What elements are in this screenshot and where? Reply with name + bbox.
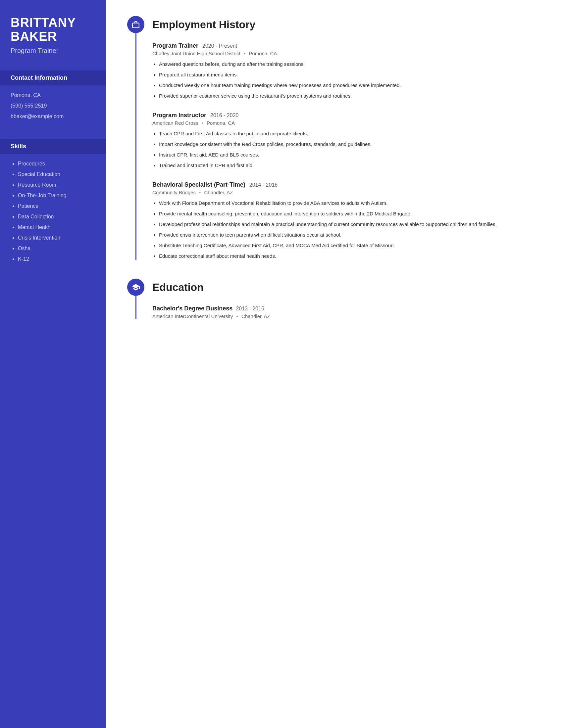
bullet-item: Developed professional relationships and… bbox=[159, 220, 542, 228]
bullet-item: Instruct CPR, first aid, AED and BLS cou… bbox=[159, 151, 542, 159]
education-header-row: Education bbox=[127, 279, 542, 296]
job-years: 2020 - Present bbox=[202, 43, 237, 49]
edu-school: American InterContinental University • C… bbox=[152, 313, 542, 319]
skill-item: K-12 bbox=[18, 255, 95, 263]
bullet-item: Trained and instructed in CPR and first … bbox=[159, 161, 542, 169]
skill-item: Procedures bbox=[18, 160, 95, 168]
main-content: Employment History Program Trainer2020 -… bbox=[106, 0, 563, 728]
sidebar: BRITTANY BAKER Program Trainer Contact I… bbox=[0, 0, 106, 728]
job-title: Program Trainer bbox=[152, 42, 198, 49]
job-entry: Program Instructor2016 - 2020American Re… bbox=[152, 112, 542, 169]
skill-item: On-The-Job Training bbox=[18, 192, 95, 200]
contact-phone: (590) 555-2519 bbox=[11, 102, 95, 110]
employment-section: Employment History Program Trainer2020 -… bbox=[127, 16, 542, 260]
bullet-item: Provide mental health counseling, preven… bbox=[159, 210, 542, 218]
skill-item: Data Collection bbox=[18, 213, 95, 221]
skills-list: ProceduresSpecial EducationResource Room… bbox=[11, 160, 95, 263]
contact-header: Contact Information bbox=[0, 70, 106, 85]
job-header: Program Trainer2020 - Present bbox=[152, 42, 542, 49]
skill-item: Special Education bbox=[18, 170, 95, 178]
bullet-item: Substitute Teaching Certificate, Advance… bbox=[159, 242, 542, 250]
job-company: Community Bridges • Chandler, AZ bbox=[152, 190, 542, 195]
contact-email: bbaker@example.com bbox=[11, 113, 95, 120]
skill-item: Mental Health bbox=[18, 223, 95, 231]
bullet-item: Conducted weekly one hour team training … bbox=[159, 81, 542, 89]
edu-degree: Bachelor's Degree Business bbox=[152, 305, 232, 312]
education-section: Education Bachelor's Degree Business2013… bbox=[127, 279, 542, 319]
edu-timeline-line bbox=[135, 296, 136, 319]
bullet-item: Teach CPR and First Aid classes to the p… bbox=[159, 130, 542, 138]
bullet-item: Answered questions before, during and af… bbox=[159, 60, 542, 68]
bullet-item: Educate correctional staff about mental … bbox=[159, 252, 542, 260]
briefcase-icon bbox=[127, 16, 144, 33]
bullet-item: Prepared all restaurant menu items. bbox=[159, 71, 542, 79]
job-years: 2016 - 2020 bbox=[210, 113, 238, 118]
skill-item: Crisis Intervention bbox=[18, 234, 95, 242]
job-title: Behavioral Specialist (Part-Time) bbox=[152, 181, 245, 188]
education-title: Education bbox=[152, 281, 204, 294]
employment-header-row: Employment History bbox=[127, 16, 542, 33]
bullet-item: Provided crisis intervention to teen par… bbox=[159, 231, 542, 239]
candidate-title: Program Trainer bbox=[11, 47, 95, 55]
contact-location: Pomona, CA bbox=[11, 91, 95, 99]
skill-item: Patience bbox=[18, 202, 95, 210]
job-header: Behavioral Specialist (Part-Time)2014 - … bbox=[152, 181, 542, 188]
contact-section: Contact Information Pomona, CA (590) 555… bbox=[11, 70, 95, 123]
job-company: Chaffey Joint Union High School District… bbox=[152, 51, 542, 56]
skills-header: Skills bbox=[0, 139, 106, 154]
job-title: Program Instructor bbox=[152, 112, 206, 119]
job-header: Program Instructor2016 - 2020 bbox=[152, 112, 542, 119]
job-entry: Program Trainer2020 - PresentChaffey Joi… bbox=[152, 42, 542, 100]
skill-item: Resource Room bbox=[18, 181, 95, 189]
job-company: American Red Cross • Pomona, CA bbox=[152, 120, 542, 126]
graduation-svg bbox=[131, 283, 140, 292]
job-entry: Behavioral Specialist (Part-Time)2014 - … bbox=[152, 181, 542, 260]
skill-item: Osha bbox=[18, 245, 95, 252]
job-bullets: Teach CPR and First Aid classes to the p… bbox=[152, 130, 542, 169]
edu-degree-row: Bachelor's Degree Business2013 - 2016 bbox=[152, 305, 542, 312]
graduation-icon bbox=[127, 279, 144, 296]
employment-title: Employment History bbox=[152, 19, 255, 31]
bullet-item: Work with Florida Department of Vocation… bbox=[159, 199, 542, 207]
education-body: Bachelor's Degree Business2013 - 2016Ame… bbox=[127, 305, 542, 319]
bullet-item: Provided superior customer service using… bbox=[159, 92, 542, 100]
job-years: 2014 - 2016 bbox=[249, 182, 277, 188]
bullet-item: Impart knowledge consistent with the Red… bbox=[159, 140, 542, 148]
job-bullets: Answered questions before, during and af… bbox=[152, 60, 542, 100]
skills-section: Skills ProceduresSpecial EducationResour… bbox=[11, 139, 95, 266]
employment-body: Program Trainer2020 - PresentChaffey Joi… bbox=[127, 42, 542, 260]
edu-years: 2013 - 2016 bbox=[236, 306, 264, 311]
job-bullets: Work with Florida Department of Vocation… bbox=[152, 199, 542, 260]
briefcase-svg bbox=[131, 20, 140, 29]
candidate-name: BRITTANY BAKER bbox=[11, 16, 95, 44]
timeline-line bbox=[135, 33, 136, 260]
education-entry: Bachelor's Degree Business2013 - 2016Ame… bbox=[152, 305, 542, 319]
